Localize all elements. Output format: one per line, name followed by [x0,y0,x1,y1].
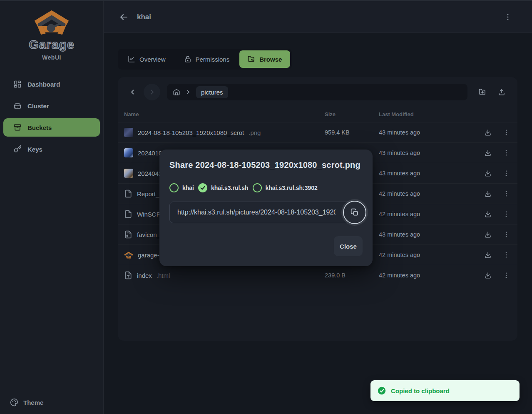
column-header-name: Name [124,111,325,117]
table-row[interactable]: index.html 239.0 B 42 minutes ago [118,265,517,285]
row-menu-button[interactable] [497,123,515,142]
sidebar-nav: Dashboard Cluster Buckets Keys [0,75,103,158]
file-name: 2024-08-18-105203_1920x1080_scrot [138,129,244,136]
row-menu-button[interactable] [497,266,515,284]
close-button[interactable]: Close [334,236,363,256]
kebab-menu-icon [502,129,510,136]
row-menu-button[interactable] [497,185,515,203]
download-button[interactable] [479,164,497,182]
bucket-menu-button[interactable] [502,11,514,23]
download-icon [484,210,492,218]
chevron-separator-icon [184,88,192,96]
row-menu-button[interactable] [497,164,515,182]
share-option-khai-s3[interactable]: khai.s3.rul.sh [198,183,248,192]
row-menu-button[interactable] [497,246,515,264]
download-icon [484,170,492,177]
copy-url-button[interactable] [343,201,366,224]
file-size: 959.4 KB [325,129,379,136]
table-row[interactable]: 2024-08-18-105203_1920x1080_scrot.png 95… [118,122,517,142]
share-host-options: khai khai.s3.rul.sh khai.s3.rul.sh:3902 [169,183,363,192]
column-header-size: Size [325,111,379,117]
svg-text:Garage: Garage [127,258,131,259]
lock-icon [184,55,191,63]
back-button[interactable] [118,11,129,23]
toast-copied: Copied to clipboard [370,380,520,401]
sidebar-item-buckets[interactable]: Buckets [3,118,100,137]
theme-button[interactable]: Theme [10,398,43,407]
tab-label: Permissions [196,56,230,63]
kebab-menu-icon [502,251,510,259]
chevron-right-icon [148,88,156,96]
download-button[interactable] [479,144,497,162]
kebab-menu-icon [502,210,510,218]
kebab-menu-icon [504,13,512,21]
column-header-modified: Last Modified [379,111,479,117]
tab-permissions[interactable]: Permissions [176,50,238,68]
share-option-khai[interactable]: khai [169,183,194,192]
new-folder-button[interactable] [474,84,491,100]
download-button[interactable] [479,225,497,244]
sidebar: Garage WebUI Dashboard Cluster Bucket [0,0,104,414]
upload-button[interactable] [493,84,510,100]
download-button[interactable] [479,205,497,223]
sidebar-item-label: Dashboard [27,81,60,88]
file-icon [124,210,132,218]
radio-unchecked-icon [253,183,262,192]
kebab-menu-icon [502,231,510,238]
key-icon [13,145,22,153]
nav-forward-button [144,84,160,100]
archive-box-icon [13,123,22,132]
file-modified: 43 minutes ago [379,231,479,238]
breadcrumb: pictures [167,84,467,100]
file-name: index [137,272,152,279]
copy-icon [351,208,359,217]
share-option-label: khai [182,185,194,191]
sidebar-item-cluster[interactable]: Cluster [3,97,100,115]
share-option-khai-s3-3902[interactable]: khai.s3.rul.sh:3902 [253,183,318,192]
share-url-input[interactable] [169,202,363,223]
logo: Garage WebUI [0,0,103,61]
sidebar-item-keys[interactable]: Keys [3,140,100,158]
kebab-menu-icon [502,272,510,279]
tab-label: Overview [139,56,166,63]
row-menu-button[interactable] [497,205,515,223]
download-button[interactable] [479,266,497,284]
file-extension: .png [249,129,261,136]
row-menu-button[interactable] [497,225,515,244]
download-icon [484,149,492,157]
hard-drive-icon [13,102,22,110]
chart-icon [128,55,135,63]
radio-checked-icon [198,183,207,192]
garage-logo-icon [34,9,70,36]
download-icon [484,272,492,279]
kebab-menu-icon [502,190,510,197]
download-icon [484,231,492,238]
folder-plus-icon [479,88,486,96]
file-size: 239.0 B [325,272,379,279]
browse-toolbar: pictures [118,77,517,106]
nav-back-button[interactable] [124,84,141,100]
page-title: khai [137,13,151,21]
download-button[interactable] [479,185,497,203]
tab-browse[interactable]: Browse [239,50,290,68]
app-title: Garage [0,37,103,52]
app-subtitle: WebUI [0,54,103,61]
tab-overview[interactable]: Overview [119,50,174,68]
download-button[interactable] [479,123,497,142]
download-button[interactable] [479,246,497,264]
window-top-edge [0,0,532,1]
row-menu-button[interactable] [497,144,515,162]
dashboard-icon [13,80,22,88]
upload-icon [498,88,505,96]
share-option-label: khai.s3.rul.sh [211,185,248,191]
download-icon [484,251,492,259]
breadcrumb-current-folder[interactable]: pictures [196,86,228,98]
file-thumbnail [124,148,133,157]
sidebar-item-dashboard[interactable]: Dashboard [3,75,100,93]
file-modified: 43 minutes ago [379,170,479,177]
file-modified: 42 minutes ago [379,272,479,279]
file-modified: 42 minutes ago [379,190,479,197]
download-icon [484,129,492,136]
bucket-tabbar: Overview Permissions Browse [118,49,292,70]
home-icon[interactable] [173,88,180,96]
